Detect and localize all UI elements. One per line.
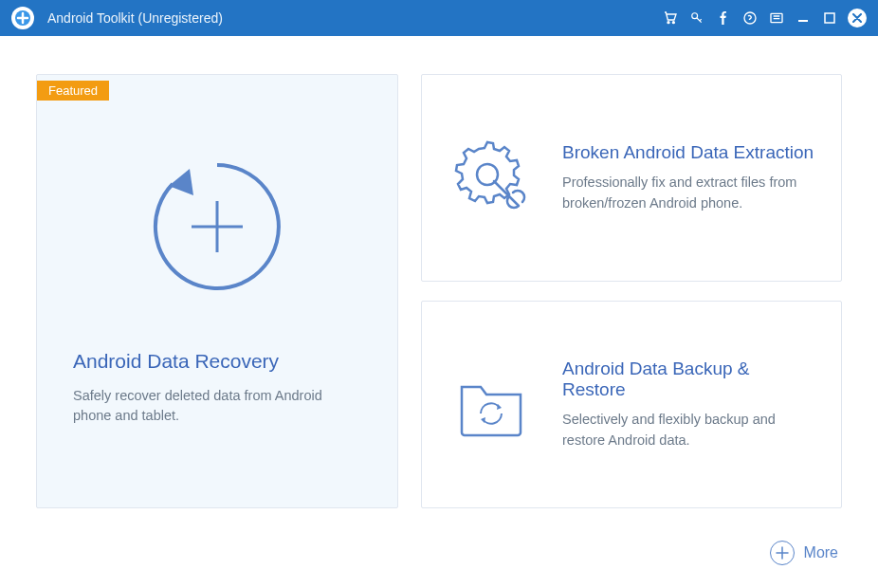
minimize-button[interactable] bbox=[795, 9, 812, 27]
featured-badge: Featured bbox=[37, 81, 109, 101]
svg-point-2 bbox=[672, 22, 674, 24]
svg-point-1 bbox=[668, 22, 669, 24]
backup-title: Android Data Backup & Restore bbox=[562, 358, 814, 400]
svg-point-3 bbox=[692, 13, 698, 19]
extraction-text: Broken Android Data Extraction Professio… bbox=[562, 142, 814, 212]
svg-point-4 bbox=[744, 12, 756, 24]
recovery-desc: Safely recover deleted data from Android… bbox=[73, 386, 361, 426]
more-button[interactable]: More bbox=[770, 541, 838, 565]
titlebar: Android Toolkit (Unregistered) bbox=[0, 0, 878, 36]
more-row: More bbox=[0, 527, 878, 565]
plus-circle-icon bbox=[770, 541, 795, 565]
more-label: More bbox=[804, 544, 838, 561]
app-logo-icon bbox=[11, 7, 34, 29]
recovery-text: Android Data Recovery Safely recover del… bbox=[37, 322, 397, 426]
close-button[interactable] bbox=[848, 9, 867, 28]
recovery-icon bbox=[122, 132, 312, 322]
extraction-title: Broken Android Data Extraction bbox=[562, 142, 814, 163]
facebook-icon[interactable] bbox=[715, 9, 732, 27]
backup-text: Android Data Backup & Restore Selectivel… bbox=[562, 358, 814, 450]
gear-wrench-icon bbox=[448, 136, 534, 221]
maximize-button[interactable] bbox=[821, 9, 838, 27]
extraction-desc: Professionally fix and extract files fro… bbox=[562, 173, 814, 212]
menu-icon[interactable] bbox=[768, 9, 785, 27]
right-column: Broken Android Data Extraction Professio… bbox=[421, 74, 842, 508]
recovery-title: Android Data Recovery bbox=[73, 350, 361, 373]
backup-desc: Selectively and flexibly backup and rest… bbox=[562, 410, 814, 450]
key-icon[interactable] bbox=[688, 9, 705, 27]
card-data-recovery[interactable]: Featured Android Data Recovery Safely re… bbox=[36, 74, 398, 508]
folder-sync-icon bbox=[448, 362, 534, 448]
card-backup-restore[interactable]: Android Data Backup & Restore Selectivel… bbox=[421, 301, 842, 508]
app-title: Android Toolkit (Unregistered) bbox=[47, 10, 662, 26]
support-icon[interactable] bbox=[741, 9, 759, 27]
svg-rect-6 bbox=[825, 13, 834, 23]
card-broken-extraction[interactable]: Broken Android Data Extraction Professio… bbox=[421, 74, 842, 282]
main-content: Featured Android Data Recovery Safely re… bbox=[0, 36, 878, 527]
titlebar-actions bbox=[662, 9, 867, 28]
cart-icon[interactable] bbox=[662, 9, 679, 27]
